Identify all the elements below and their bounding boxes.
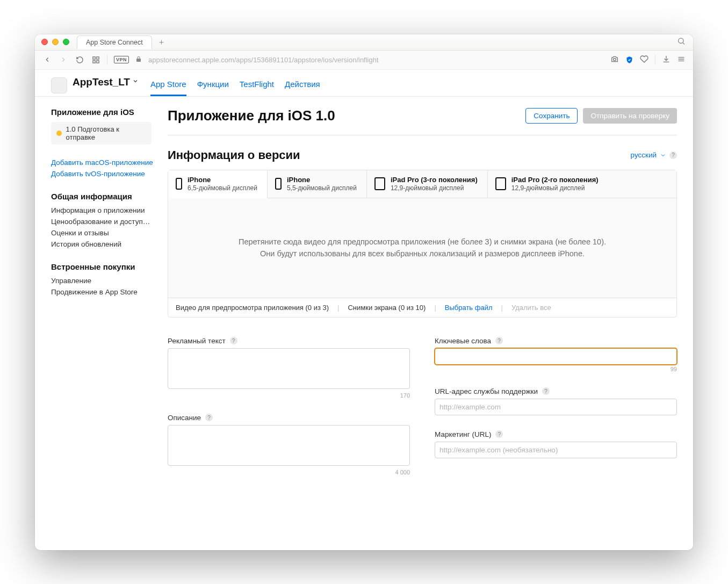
svg-line-1 — [683, 43, 684, 45]
marketing-url-label: Маркетинг (URL) — [435, 430, 491, 438]
sidebar-item-ratings[interactable]: Оценки и отзывы — [51, 229, 156, 237]
tab-testflight[interactable]: TestFlight — [240, 76, 274, 96]
app-header: AppTest_LT App Store Функции TestFlight … — [35, 70, 693, 97]
sidebar-item-iap-manage[interactable]: Управление — [51, 277, 156, 285]
camera-icon[interactable] — [610, 55, 619, 65]
browser-window: App Store Connect ＋ VPN appstoreconnect.… — [35, 34, 693, 550]
address-bar[interactable]: appstoreconnect.apple.com/apps/153689110… — [148, 56, 604, 64]
svg-point-0 — [679, 38, 683, 43]
description-input[interactable] — [168, 425, 410, 466]
shield-check-icon[interactable] — [625, 56, 633, 64]
tab-app-store[interactable]: App Store — [150, 76, 186, 96]
page-title: Приложение для iOS 1.0 — [168, 107, 335, 124]
browser-toolbar: VPN appstoreconnect.apple.com/apps/15368… — [35, 51, 693, 70]
description-counter: 4 000 — [168, 469, 410, 475]
new-tab-button[interactable]: ＋ — [155, 35, 168, 48]
keywords-counter: 99 — [435, 366, 677, 372]
phone-icon — [176, 178, 182, 190]
screenshot-dropzone[interactable]: Перетяните сюда видео для предпросмотра … — [168, 198, 676, 298]
promo-text-input[interactable] — [168, 348, 410, 389]
status-dot-icon — [56, 131, 62, 136]
svg-rect-2 — [92, 56, 95, 59]
sidebar-item-app-info[interactable]: Информация о приложении — [51, 206, 156, 214]
close-window-button[interactable] — [41, 39, 48, 45]
chevron-down-icon — [660, 152, 666, 158]
device-tab-ipad-pro-2[interactable]: iPad Pro (2-го поколения) 12,9-дюймовый … — [488, 170, 676, 198]
phone-icon — [275, 178, 282, 190]
heart-icon[interactable] — [640, 55, 648, 65]
svg-rect-3 — [96, 56, 98, 59]
device-tab-iphone-65[interactable]: iPhone 6,5-дюймовый дисплей — [168, 170, 268, 198]
sidebar: Приложение для iOS 1.0 Подготовка к отпр… — [35, 97, 156, 550]
device-tab-iphone-55[interactable]: iPhone 5,5-дюймовый дисплей — [268, 170, 367, 198]
menu-icon[interactable] — [677, 55, 686, 65]
help-icon[interactable]: ? — [669, 152, 677, 159]
keywords-input[interactable] — [435, 348, 677, 365]
divider — [168, 135, 677, 135]
zoom-window-button[interactable] — [63, 39, 69, 45]
sidebar-add-tvos[interactable]: Добавить tvOS-приложение — [51, 170, 156, 178]
submit-for-review-button[interactable]: Отправить на проверку — [583, 108, 677, 124]
apps-grid-icon[interactable] — [91, 56, 100, 64]
vpn-badge: VPN — [114, 56, 129, 63]
promo-counter: 170 — [168, 392, 410, 399]
screenshot-counter: Снимки экрана (0 из 10) — [348, 304, 426, 312]
keywords-label: Ключевые слова — [435, 337, 491, 345]
chevron-down-icon — [132, 78, 139, 86]
screenshot-device-box: iPhone 6,5-дюймовый дисплей iPhone 5,5-д… — [168, 170, 677, 318]
support-url-input[interactable] — [435, 399, 677, 415]
lock-icon — [135, 56, 142, 64]
window-titlebar: App Store Connect ＋ — [35, 34, 693, 51]
svg-rect-4 — [92, 60, 95, 62]
delete-all-link[interactable]: Удалить все — [511, 304, 551, 312]
ipad-icon — [374, 177, 385, 190]
window-controls — [41, 39, 69, 45]
svg-rect-5 — [96, 60, 98, 62]
choose-file-link[interactable]: Выбрать файл — [445, 304, 493, 312]
sidebar-item-history[interactable]: История обновлений — [51, 240, 156, 248]
device-tab-ipad-pro-3[interactable]: iPad Pro (3-го поколения) 12,9-дюймовый … — [367, 170, 488, 198]
tab-title: App Store Connect — [86, 39, 143, 46]
search-icon[interactable] — [677, 37, 686, 47]
download-icon[interactable] — [662, 55, 671, 65]
localization-dropdown[interactable]: русский ? — [631, 151, 677, 159]
minimize-window-button[interactable] — [52, 39, 59, 45]
help-icon[interactable]: ? — [495, 430, 503, 438]
description-label: Описание — [168, 414, 201, 422]
sidebar-add-macos[interactable]: Добавить macOS-приложение — [51, 158, 156, 167]
tab-features[interactable]: Функции — [197, 76, 229, 96]
section-title: Информация о версии — [168, 148, 300, 162]
main-content: Приложение для iOS 1.0 Сохранить Отправи… — [156, 97, 693, 550]
sidebar-item-iap-promote[interactable]: Продвижение в App Store — [51, 288, 156, 296]
sidebar-ios-heading: Приложение для iOS — [51, 107, 156, 117]
svg-point-6 — [614, 58, 616, 61]
preview-counter: Видео для предпросмотра приложения (0 из… — [176, 304, 329, 312]
ipad-icon — [495, 177, 506, 190]
save-button[interactable]: Сохранить — [525, 108, 578, 124]
tab-actions[interactable]: Действия — [285, 76, 320, 96]
sidebar-general-heading: Общая информация — [51, 192, 156, 201]
support-url-label: URL-адрес службы поддержки — [435, 387, 538, 395]
promo-text-label: Рекламный текст — [168, 337, 226, 345]
app-name-dropdown[interactable]: AppTest_LT — [73, 76, 139, 88]
nav-tabs: App Store Функции TestFlight Действия — [150, 76, 320, 96]
marketing-url-input[interactable] — [435, 442, 677, 458]
help-icon[interactable]: ? — [230, 337, 237, 344]
sidebar-item-pricing[interactable]: Ценообразование и доступно… — [51, 218, 156, 226]
forward-button[interactable] — [59, 56, 68, 63]
reload-button[interactable] — [75, 56, 84, 64]
back-button[interactable] — [42, 56, 52, 63]
help-icon[interactable]: ? — [205, 414, 213, 421]
browser-tab[interactable]: App Store Connect — [77, 35, 152, 49]
help-icon[interactable]: ? — [542, 387, 550, 395]
help-icon[interactable]: ? — [495, 337, 503, 344]
sidebar-version-status[interactable]: 1.0 Подготовка к отправке — [51, 122, 152, 145]
app-icon-placeholder — [51, 77, 67, 93]
sidebar-iap-heading: Встроенные покупки — [51, 262, 156, 271]
